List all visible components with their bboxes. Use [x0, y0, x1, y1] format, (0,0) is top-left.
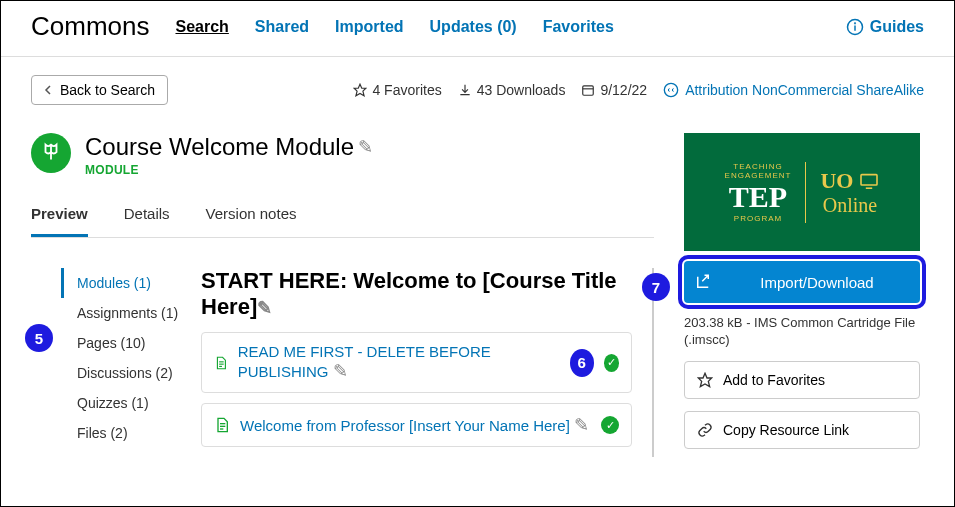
sidebar-item-discussions[interactable]: Discussions (2) [67, 358, 191, 388]
pencil-icon: ✎ [257, 298, 272, 318]
chevron-left-icon [44, 85, 54, 95]
nav-search[interactable]: Search [175, 18, 228, 36]
svg-rect-4 [583, 86, 594, 95]
stats: 4 Favorites 43 Downloads 9/12/22 Attribu… [353, 82, 924, 98]
check-icon: ✓ [601, 416, 619, 434]
annotation-badge-5: 5 [25, 324, 53, 352]
svg-point-6 [664, 83, 677, 96]
svg-rect-13 [861, 174, 877, 184]
svg-marker-15 [698, 373, 711, 386]
file-info: 203.38 kB - IMS Common Cartridge File (.… [684, 315, 934, 349]
brand: Commons [31, 11, 149, 42]
tabs: Preview Details Version notes [31, 205, 654, 238]
module-type-label: MODULE [85, 163, 373, 177]
sidebar-item-quizzes[interactable]: Quizzes (1) [67, 388, 191, 418]
import-icon [694, 273, 712, 291]
svg-marker-3 [355, 84, 367, 96]
pencil-icon: ✎ [574, 415, 589, 435]
sidebar-item-modules[interactable]: Modules (1) [61, 268, 191, 298]
annotation-badge-6: 6 [570, 349, 594, 377]
tab-preview[interactable]: Preview [31, 205, 88, 237]
check-icon: ✓ [604, 354, 619, 372]
nav-imported[interactable]: Imported [335, 18, 403, 36]
license-link[interactable]: Attribution NonCommercial ShareAlike [663, 82, 924, 98]
monitor-icon [859, 173, 879, 189]
nav-updates[interactable]: Updates (0) [430, 18, 517, 36]
page-icon [214, 354, 228, 372]
star-icon [353, 83, 367, 97]
tab-version-notes[interactable]: Version notes [206, 205, 297, 237]
tab-details[interactable]: Details [124, 205, 170, 237]
document-row[interactable]: Welcome from Professor [Insert Your Name… [201, 403, 632, 447]
document-row[interactable]: READ ME FIRST - DELETE BEFORE PUBLISHING… [201, 332, 632, 393]
right-panel: TEACHING ENGAGEMENT TEP PROGRAM UO Onlin… [684, 133, 934, 457]
main: Course Welcome Module✎ MODULE Preview De… [1, 105, 954, 457]
sidebar: Modules (1) Assignments (1) Pages (10) D… [31, 268, 191, 457]
nav-favorites[interactable]: Favorites [543, 18, 614, 36]
resource-thumbnail: TEACHING ENGAGEMENT TEP PROGRAM UO Onlin… [684, 133, 920, 251]
page-icon [214, 416, 230, 434]
main-content: START HERE: Welcome to [Course Title Her… [201, 268, 654, 457]
annotation-badge-7: 7 [642, 273, 670, 301]
calendar-icon [581, 83, 595, 97]
star-icon [697, 372, 713, 388]
link-icon [697, 422, 713, 438]
section-title: START HERE: Welcome to [Course Title Her… [201, 268, 617, 319]
download-icon [458, 83, 472, 97]
document-link[interactable]: Welcome from Professor [Insert Your Name… [240, 414, 589, 436]
import-download-button[interactable]: Import/Download [684, 261, 920, 303]
pencil-icon: ✎ [358, 136, 373, 158]
sidebar-item-pages[interactable]: Pages (10) [67, 328, 191, 358]
back-button[interactable]: Back to Search [31, 75, 168, 105]
sidebar-item-files[interactable]: Files (2) [67, 418, 191, 448]
top-nav: Commons Search Shared Imported Updates (… [1, 1, 954, 57]
cc-icon [663, 82, 679, 98]
module-icon [31, 133, 71, 173]
document-link[interactable]: READ ME FIRST - DELETE BEFORE PUBLISHING… [238, 343, 552, 382]
svg-point-2 [854, 22, 855, 23]
info-icon [846, 18, 864, 36]
pencil-icon: ✎ [333, 361, 348, 381]
copy-link-button[interactable]: Copy Resource Link [684, 411, 920, 449]
guides-link[interactable]: Guides [846, 18, 924, 36]
meta-row: Back to Search 4 Favorites 43 Downloads … [1, 57, 954, 105]
page-title: Course Welcome Module✎ [85, 133, 373, 161]
add-favorites-button[interactable]: Add to Favorites [684, 361, 920, 399]
nav-shared[interactable]: Shared [255, 18, 309, 36]
sidebar-item-assignments[interactable]: Assignments (1) [67, 298, 191, 328]
